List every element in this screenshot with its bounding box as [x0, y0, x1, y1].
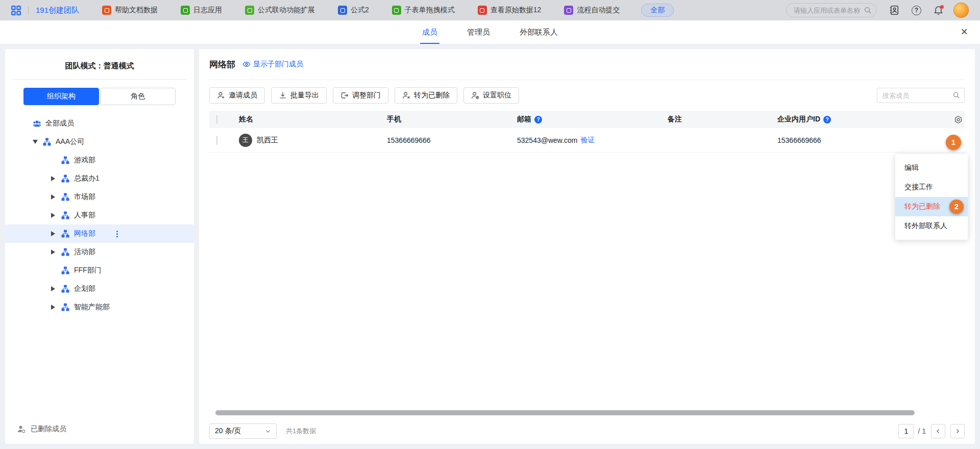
members-panel: 网络部 显示子部门成员 邀请成员 批量导出 调整部门 转为已删除	[199, 49, 975, 444]
roles-button[interactable]: 角色	[100, 88, 176, 105]
set-position-button[interactable]: 设置职位	[463, 87, 519, 104]
deleted-members-label: 已删除成员	[31, 425, 66, 434]
next-page-button[interactable]	[950, 424, 965, 438]
show-subdept-members-label: 显示子部门成员	[253, 60, 303, 69]
menu-item-handover-work[interactable]: 交接工作	[895, 178, 968, 197]
adjust-department-button[interactable]: 调整部门	[333, 87, 388, 104]
email-help-icon[interactable]: ?	[534, 116, 542, 123]
tab-admins[interactable]: 管理员	[467, 20, 490, 44]
expand-caret-icon[interactable]	[51, 213, 55, 218]
member-phone: 15366669666	[387, 136, 517, 144]
more-actions-icon[interactable]	[115, 229, 119, 239]
select-all-checkbox[interactable]	[216, 115, 217, 124]
tree-item-label: 活动部	[74, 247, 95, 257]
row-checkbox[interactable]	[216, 136, 217, 145]
member-tabbar: 成员 管理员 外部联系人 ×	[0, 20, 980, 44]
menu-item-edit[interactable]: 编辑	[895, 158, 968, 178]
help-icon[interactable]: ?	[912, 6, 921, 15]
org-structure-button[interactable]: 组织架构	[23, 88, 99, 105]
app-tab[interactable]: 帮助文档数据	[102, 6, 158, 15]
expand-caret-icon[interactable]	[51, 231, 55, 236]
horizontal-scrollbar-thumb[interactable]	[215, 410, 915, 415]
tab-external-contacts[interactable]: 外部联系人	[520, 20, 558, 44]
members-group-icon	[33, 119, 41, 128]
pagination-bar: 20 条/页 共1条数据 / 1	[209, 418, 965, 444]
sidebar-item-market-dept[interactable]: 市场部	[5, 188, 194, 206]
tab-members[interactable]: 成员	[422, 20, 437, 44]
search-icon	[952, 91, 960, 99]
sidebar-item-fff-dept[interactable]: FFF部门	[5, 261, 194, 280]
sidebar-item-hr-dept[interactable]: 人事部	[5, 206, 194, 224]
contacts-icon[interactable]	[889, 5, 899, 15]
app-tab[interactable]: 查看原始数据12	[478, 6, 542, 15]
workspace-title[interactable]: 191创建团队	[36, 6, 79, 15]
close-icon[interactable]: ×	[961, 26, 968, 38]
sidebar-item-activity-dept[interactable]: 活动部	[5, 243, 194, 261]
tree-item-label: 游戏部	[74, 156, 95, 165]
row-context-menu: 编辑 交接工作 转为已删除 2 转外部联系人	[895, 154, 968, 240]
member-row[interactable]: 王 凯西王 15366669666 532543@wew.com 验证 1536…	[209, 128, 965, 153]
department-icon	[61, 248, 69, 256]
app-tab-label: 子表单拖拽模式	[405, 6, 455, 15]
menu-item-move-to-deleted[interactable]: 转为已删除 2	[895, 197, 968, 216]
notification-dot	[940, 5, 944, 9]
app-tab[interactable]: 流程自动提交	[564, 6, 620, 15]
department-title: 网络部	[209, 59, 235, 70]
button-label: 设置职位	[483, 91, 511, 100]
sidebar-item-president-office[interactable]: 总裁办1	[5, 169, 194, 188]
column-phone: 手机	[387, 115, 517, 124]
invite-member-button[interactable]: 邀请成员	[209, 87, 265, 104]
app-tab[interactable]: 公式2	[338, 6, 369, 15]
button-label: 转为已删除	[414, 91, 450, 100]
expand-caret-icon[interactable]	[51, 194, 55, 199]
member-email: 532543@wew.com	[517, 136, 578, 144]
column-email: 邮箱	[517, 115, 531, 124]
show-subdept-members-link[interactable]: 显示子部门成员	[242, 60, 303, 69]
department-icon	[61, 193, 69, 201]
prev-page-button[interactable]	[931, 424, 945, 438]
top-app-bar: 191创建团队 帮助文档数据 日志应用 公式联动功能扩展 公式2 子表单拖拽模式…	[0, 0, 980, 20]
batch-export-button[interactable]: 批量导出	[271, 87, 327, 104]
department-icon	[61, 230, 69, 238]
collapse-caret-icon[interactable]	[33, 140, 38, 144]
expand-caret-icon[interactable]	[51, 176, 55, 181]
annotation-badge-2: 2	[949, 199, 964, 214]
sidebar-item-all-members[interactable]: 全部成员	[5, 114, 194, 133]
page-size-value: 20 条/页	[215, 427, 241, 436]
expand-caret-icon[interactable]	[51, 305, 55, 310]
department-icon	[61, 266, 69, 275]
menu-item-to-external-contact[interactable]: 转外部联系人	[895, 216, 968, 236]
app-grid-icon[interactable]	[11, 6, 21, 15]
page-size-select[interactable]: 20 条/页	[209, 423, 277, 439]
app-tab[interactable]: 公式联动功能扩展	[245, 6, 315, 15]
annotation-badge-1: 1	[946, 135, 961, 150]
member-search-input[interactable]	[877, 88, 965, 103]
sidebar-item-aaa-company[interactable]: AAA公司	[5, 133, 194, 151]
app-icon	[245, 6, 254, 15]
app-tab[interactable]: 日志应用	[181, 6, 222, 15]
app-icon	[181, 6, 190, 15]
sidebar-item-smart-capacity-dept[interactable]: 智能产能部	[5, 298, 194, 316]
org-sidebar: 团队模式：普通模式 组织架构 角色 全部成员 AAA公司 游戏部	[5, 49, 194, 444]
expand-caret-icon[interactable]	[51, 250, 55, 255]
sidebar-item-network-dept[interactable]: 网络部	[5, 224, 194, 243]
app-tab[interactable]: 子表单拖拽模式	[392, 6, 455, 15]
menu-item-label: 编辑	[904, 163, 919, 172]
user-id-help-icon[interactable]: ?	[823, 116, 831, 123]
verify-email-link[interactable]: 验证	[581, 136, 595, 145]
sidebar-item-planning-dept[interactable]: 企划部	[5, 280, 194, 298]
page-number-input[interactable]	[898, 424, 914, 438]
team-mode-label: 团队模式：普通模式	[5, 49, 194, 71]
tree-item-label: 总裁办1	[74, 174, 100, 183]
sidebar-item-game-dept[interactable]: 游戏部	[5, 151, 194, 169]
move-to-deleted-button[interactable]: 转为已删除	[395, 87, 457, 104]
tree-item-label: 人事部	[74, 211, 95, 220]
column-settings-icon[interactable]	[946, 115, 965, 124]
deleted-members-link[interactable]: 已删除成员	[5, 425, 194, 444]
user-avatar[interactable]	[953, 3, 969, 18]
all-apps-pill[interactable]: 全部	[641, 4, 674, 17]
expand-caret-icon[interactable]	[51, 286, 55, 291]
member-user-id: 15366669666	[777, 136, 946, 144]
notification-bell-icon[interactable]	[934, 6, 943, 15]
tree-item-label: AAA公司	[56, 137, 84, 146]
